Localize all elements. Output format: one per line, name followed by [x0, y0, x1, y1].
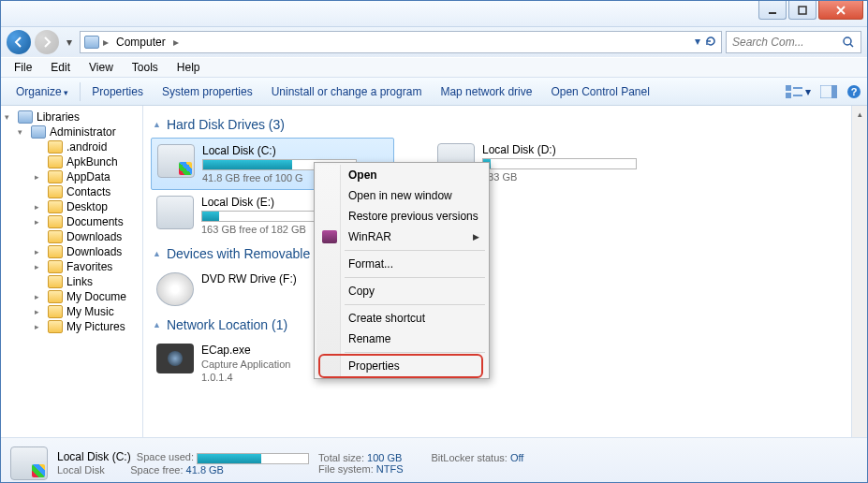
breadcrumb-computer[interactable]: Computer	[112, 36, 169, 49]
folder-icon	[48, 305, 63, 318]
context-menu-format-[interactable]: Format...	[316, 254, 487, 274]
content-pane[interactable]: ▲Hard Disk Drives (3) Local Disk (C:) 41…	[143, 106, 867, 437]
collapse-icon: ▲	[153, 120, 161, 129]
nav-history-dropdown[interactable]: ▾	[63, 36, 76, 49]
svg-rect-3	[786, 85, 791, 91]
folder-icon	[48, 155, 63, 168]
tree-item-downloads[interactable]: Downloads	[1, 229, 142, 244]
search-placeholder: Search Com...	[732, 36, 804, 49]
svg-rect-6	[793, 95, 802, 96]
tree-item--android[interactable]: .android	[1, 139, 142, 154]
nav-back-button[interactable]	[7, 30, 31, 54]
minimize-button[interactable]	[758, 1, 787, 20]
menu-tools[interactable]: Tools	[125, 59, 166, 76]
menu-view[interactable]: View	[81, 59, 121, 76]
toolbar-control-panel[interactable]: Open Control Panel	[541, 81, 658, 102]
tree-item-label: My Music	[66, 305, 114, 318]
toolbar-properties[interactable]: Properties	[82, 81, 153, 102]
navigation-tree[interactable]: ▾Libraries▾Administrator.androidApkBunch…	[1, 106, 143, 437]
expander-icon[interactable]: ▸	[35, 172, 44, 182]
context-menu-restore-previous-versions[interactable]: Restore previous versions	[316, 206, 487, 227]
nav-forward-button[interactable]	[35, 30, 59, 54]
context-menu-open[interactable]: Open	[316, 165, 487, 185]
tree-item-contacts[interactable]: Contacts	[1, 184, 142, 199]
tree-item-my-music[interactable]: ▸My Music	[1, 304, 142, 319]
toolbar: Organize Properties System properties Un…	[1, 78, 867, 106]
refresh-icon[interactable]	[704, 35, 717, 51]
maximize-button[interactable]	[788, 1, 817, 20]
scroll-up-icon[interactable]: ▴	[852, 106, 867, 122]
address-dropdown-icon[interactable]: ▾	[695, 35, 700, 51]
menu-bar: File Edit View Tools Help	[1, 57, 867, 78]
folder-icon	[48, 320, 63, 333]
search-icon	[842, 36, 855, 49]
organize-button[interactable]: Organize	[7, 81, 78, 102]
group-network-location[interactable]: ▲Network Location (1)	[151, 312, 860, 338]
tree-item-downloads[interactable]: ▸Downloads	[1, 244, 142, 259]
toolbar-divider	[80, 82, 81, 101]
item-name: ECap.exe	[201, 344, 290, 357]
breadcrumb[interactable]: ▸ Computer ▸ ▾	[80, 31, 722, 53]
toolbar-uninstall[interactable]: Uninstall or change a program	[262, 81, 432, 102]
toolbar-system-properties[interactable]: System properties	[153, 81, 262, 102]
search-input[interactable]: Search Com...	[726, 31, 861, 53]
computer-icon	[84, 36, 99, 49]
context-menu-winrar[interactable]: WinRAR▶	[316, 227, 487, 247]
details-capacity-bar	[197, 453, 309, 464]
preview-pane-button[interactable]	[820, 85, 837, 98]
tree-item-desktop[interactable]: ▸Desktop	[1, 199, 142, 214]
breadcrumb-sep-icon: ▸	[173, 36, 179, 49]
group-hard-disk-drives[interactable]: ▲Hard Disk Drives (3)	[151, 111, 860, 138]
folder-icon	[48, 260, 63, 273]
expander-icon[interactable]: ▸	[35, 217, 44, 227]
content-scrollbar[interactable]: ▴	[851, 106, 867, 437]
tree-item-favorites[interactable]: ▸Favorites	[1, 259, 142, 274]
tree-item-my-pictures[interactable]: ▸My Pictures	[1, 319, 142, 334]
context-menu-open-in-new-window[interactable]: Open in new window	[316, 185, 487, 206]
help-button[interactable]: ?	[846, 84, 861, 99]
winrar-icon	[322, 230, 337, 243]
svg-rect-4	[786, 93, 791, 98]
expander-icon[interactable]: ▾	[5, 112, 14, 122]
menu-edit[interactable]: Edit	[43, 59, 78, 76]
submenu-arrow-icon: ▶	[473, 232, 479, 242]
svg-rect-0	[769, 12, 776, 14]
menu-file[interactable]: File	[7, 59, 39, 76]
tree-item-documents[interactable]: ▸Documents	[1, 214, 142, 229]
tree-item-label: Documents	[66, 215, 124, 228]
close-button[interactable]	[818, 1, 863, 20]
view-mode-button[interactable]: ▾	[785, 84, 811, 99]
tree-item-my-docume[interactable]: ▸My Docume	[1, 289, 142, 304]
context-menu-rename[interactable]: Rename	[316, 329, 487, 349]
expander-icon[interactable]: ▾	[18, 127, 27, 137]
breadcrumb-sep-icon: ▸	[103, 36, 109, 49]
expander-icon[interactable]: ▸	[35, 322, 44, 331]
item-subtitle: Capture Application	[201, 359, 290, 370]
tree-item-libraries[interactable]: ▾Libraries	[1, 110, 142, 124]
tree-item-label: Libraries	[37, 110, 80, 124]
expander-icon[interactable]: ▸	[35, 292, 44, 301]
tree-item-apkbunch[interactable]: ApkBunch	[1, 154, 142, 169]
expander-icon[interactable]: ▸	[35, 307, 44, 316]
tree-item-administrator[interactable]: ▾Administrator	[1, 124, 142, 139]
context-menu-properties[interactable]: Properties	[316, 356, 487, 376]
group-removable-devices[interactable]: ▲Devices with Removable	[151, 241, 860, 267]
expander-icon[interactable]: ▸	[35, 202, 44, 212]
tree-item-appdata[interactable]: ▸AppData	[1, 169, 142, 184]
lib-icon	[18, 110, 33, 124]
folder-icon	[48, 230, 63, 243]
expander-icon[interactable]: ▸	[35, 262, 44, 271]
capacity-bar	[482, 158, 637, 169]
toolbar-map-drive[interactable]: Map network drive	[431, 81, 541, 102]
tree-item-label: Contacts	[66, 185, 110, 198]
details-pane: Local Disk (C:) Space used: Local Disk S…	[1, 437, 867, 483]
drive-name: Local Disk (C:)	[202, 144, 357, 157]
tree-item-links[interactable]: Links	[1, 274, 142, 289]
expander-icon[interactable]: ▸	[35, 247, 44, 256]
tree-item-label: Favorites	[66, 260, 112, 273]
collapse-icon: ▲	[153, 249, 161, 258]
tree-item-label: Downloads	[66, 245, 122, 258]
context-menu-copy[interactable]: Copy	[316, 281, 487, 301]
context-menu-create-shortcut[interactable]: Create shortcut	[316, 308, 487, 329]
menu-help[interactable]: Help	[169, 59, 208, 76]
